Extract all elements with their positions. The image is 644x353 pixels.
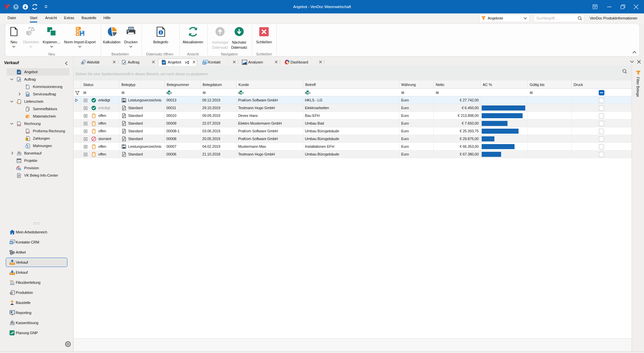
svg-text:€: € <box>26 137 28 141</box>
svg-text:?: ? <box>26 145 28 148</box>
